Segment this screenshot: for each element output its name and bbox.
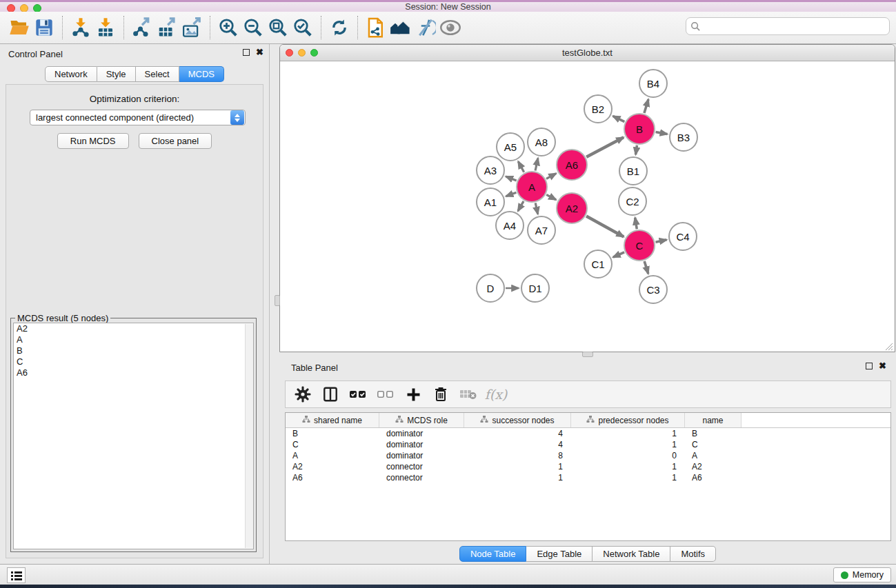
graph-edge[interactable] <box>518 161 524 172</box>
graph-node-a8[interactable]: A8 <box>527 128 556 156</box>
column-header-name[interactable]: name <box>685 413 741 427</box>
delete-table-icon[interactable] <box>457 383 480 405</box>
table-cell[interactable]: 1 <box>571 461 685 472</box>
graph-node-a7[interactable]: A7 <box>527 216 556 245</box>
close-panel-icon[interactable]: ✖ <box>256 49 263 56</box>
destroy-network-icon[interactable] <box>364 15 388 40</box>
table-cell[interactable]: C <box>685 439 741 450</box>
table-row[interactable]: A6connector11A6 <box>286 472 890 483</box>
minimize-network-button[interactable] <box>298 49 306 57</box>
graph-edge[interactable] <box>635 218 637 230</box>
graph-edge[interactable] <box>518 201 524 211</box>
tab-node-table[interactable]: Node Table <box>459 546 527 562</box>
graph-edge[interactable] <box>546 194 556 199</box>
tab-motifs[interactable]: Motifs <box>670 546 716 562</box>
table-cell[interactable]: 1 <box>571 439 685 450</box>
table-cell[interactable]: A2 <box>286 461 379 472</box>
graph-node-a1[interactable]: A1 <box>476 187 505 216</box>
table-row[interactable]: Adominator80A <box>286 450 890 461</box>
network-canvas[interactable]: B4B2BB3A8A5A6A3B1AC2A1A2A4A7C4CC1C3DD1 <box>280 61 895 352</box>
memory-button[interactable]: Memory <box>833 567 891 582</box>
select-all-icon[interactable] <box>346 383 370 405</box>
table-cell[interactable]: A6 <box>685 472 741 483</box>
graph-edge[interactable] <box>636 145 637 155</box>
open-session-icon[interactable] <box>7 15 32 40</box>
table-cell[interactable]: 1 <box>571 428 685 439</box>
graph-edge[interactable] <box>644 99 648 113</box>
graph-edge[interactable] <box>613 116 625 121</box>
column-settings-icon[interactable] <box>291 383 315 405</box>
export-table-icon[interactable] <box>155 15 179 40</box>
graph-node-c[interactable]: C <box>624 230 655 261</box>
column-header-successor-nodes[interactable]: successor nodes <box>464 413 571 427</box>
close-network-button[interactable] <box>286 49 293 57</box>
table-cell[interactable]: B <box>685 428 741 439</box>
table-row[interactable]: Bdominator41B <box>286 428 890 439</box>
graph-edge[interactable] <box>586 216 624 237</box>
table-cell[interactable]: dominator <box>379 428 464 439</box>
list-item[interactable]: A <box>14 334 253 345</box>
horizontal-splitter-handle[interactable] <box>582 352 593 357</box>
vertical-splitter-handle[interactable] <box>275 295 280 306</box>
graph-edge[interactable] <box>656 132 668 134</box>
table-cell[interactable]: 1 <box>464 461 571 472</box>
graph-edge[interactable] <box>613 252 624 257</box>
add-column-icon[interactable] <box>401 383 425 405</box>
tab-mcds[interactable]: MCDS <box>179 66 224 82</box>
table-cell[interactable]: C <box>286 439 379 450</box>
zoom-fit-icon[interactable] <box>266 15 290 40</box>
tab-edge-table[interactable]: Edge Table <box>526 546 593 562</box>
close-panel-button[interactable]: Close panel <box>139 133 212 149</box>
column-header-predecessor-nodes[interactable]: predecessor nodes <box>571 413 685 427</box>
scrollbar-track[interactable] <box>245 324 253 548</box>
criterion-dropdown[interactable]: largest connected component (directed) <box>30 110 246 125</box>
table-row[interactable]: Cdominator41C <box>286 439 890 450</box>
table-cell[interactable]: 4 <box>464 439 571 450</box>
zoom-selected-icon[interactable] <box>290 15 315 40</box>
graph-edge[interactable] <box>656 240 667 242</box>
list-item[interactable]: C <box>14 356 253 367</box>
table-cell[interactable]: A <box>286 450 379 461</box>
graph-edge[interactable] <box>535 158 538 170</box>
float-panel-icon[interactable] <box>243 49 250 56</box>
table-cell[interactable]: A2 <box>685 461 741 472</box>
task-history-button[interactable] <box>7 567 26 583</box>
toggle-panes-icon[interactable] <box>319 383 342 405</box>
show-all-networks-icon[interactable] <box>388 15 413 40</box>
table-cell[interactable]: 8 <box>464 450 571 461</box>
tab-network[interactable]: Network <box>45 66 97 82</box>
close-panel-icon[interactable]: ✖ <box>879 363 886 369</box>
export-image-icon[interactable] <box>179 15 204 40</box>
graph-node-a2[interactable]: A2 <box>556 192 588 224</box>
import-network-icon[interactable] <box>68 15 93 40</box>
graph-edge[interactable] <box>644 261 648 274</box>
graph-node-c1[interactable]: C1 <box>584 250 613 278</box>
table-cell[interactable]: connector <box>379 461 464 472</box>
table-cell[interactable]: A6 <box>286 472 379 483</box>
run-mcds-button[interactable]: Run MCDS <box>57 133 129 149</box>
table-cell[interactable]: dominator <box>379 450 464 461</box>
graph-node-c3[interactable]: C3 <box>639 275 668 304</box>
resize-grip-icon[interactable] <box>884 341 893 350</box>
search-input[interactable] <box>704 21 889 32</box>
zoom-out-icon[interactable] <box>241 15 266 40</box>
table-row[interactable]: A2connector11A2 <box>286 461 890 472</box>
list-item[interactable]: A2 <box>14 323 253 334</box>
graph-node-b3[interactable]: B3 <box>669 123 698 152</box>
zoom-in-icon[interactable] <box>216 15 241 40</box>
graph-node-a6[interactable]: A6 <box>556 149 588 181</box>
export-network-icon[interactable] <box>130 15 155 40</box>
network-window-titlebar[interactable]: testGlobe.txt <box>280 45 895 61</box>
table-cell[interactable]: B <box>286 428 379 439</box>
graph-node-c4[interactable]: C4 <box>668 222 697 251</box>
table-cell[interactable]: A <box>685 450 741 461</box>
graph-node-a3[interactable]: A3 <box>476 156 505 185</box>
table-cell[interactable]: dominator <box>379 439 464 450</box>
graph-edge[interactable] <box>546 174 556 179</box>
maximize-network-button[interactable] <box>310 49 318 57</box>
graph-node-a4[interactable]: A4 <box>495 211 524 240</box>
list-item[interactable]: B <box>14 345 253 356</box>
graph-node-a5[interactable]: A5 <box>496 132 525 161</box>
table-cell[interactable]: 4 <box>464 428 571 439</box>
hide-graphics-details-icon[interactable] <box>413 15 438 40</box>
